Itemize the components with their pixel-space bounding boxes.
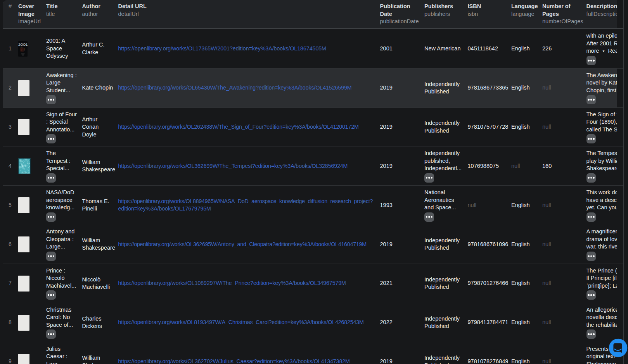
svg-text:2OO1: 2OO1 (18, 42, 28, 47)
